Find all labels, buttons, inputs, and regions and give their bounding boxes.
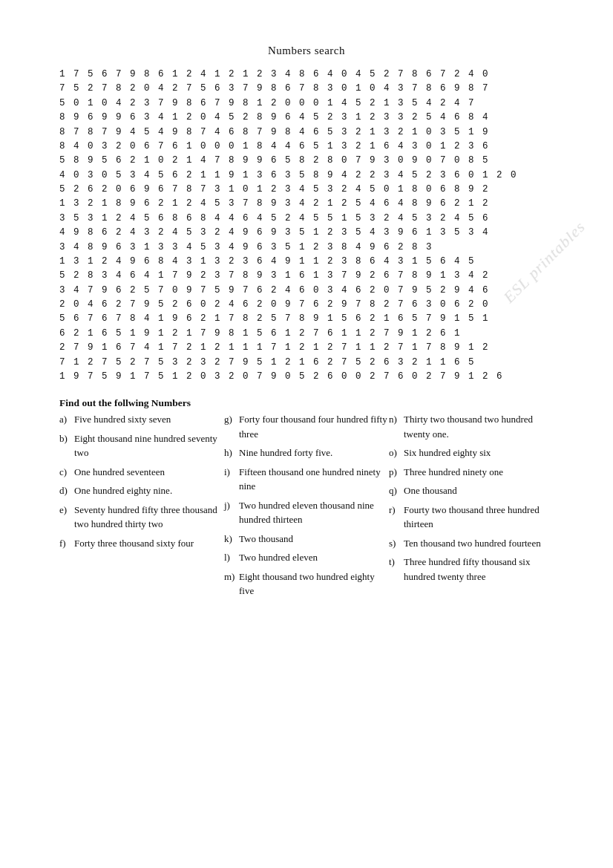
list-item: n)Thirty two thousand two hundred twenty… — [389, 412, 554, 441]
list-item-letter: s) — [389, 536, 401, 551]
column-2: g)Forty four thousand four hundred fifty… — [224, 412, 389, 603]
list-item-text: Forty four thousand four hundred fifty t… — [239, 412, 389, 441]
list-item-text: Fourty two thousand three hundred thirte… — [404, 503, 554, 532]
list-item-text: One thousand — [404, 483, 457, 498]
list-item: f)Forty three thousand sixty four — [59, 536, 224, 551]
list-item: b)Eight thousand nine hundred seventy tw… — [59, 431, 224, 460]
list-item-text: Eight thousand two hundred eighty five — [239, 570, 389, 598]
list-item-letter: g) — [224, 412, 236, 441]
list-item-text: Six hundred eighty six — [404, 446, 491, 460]
list-item-letter: k) — [224, 532, 236, 546]
list-item: m)Eight thousand two hundred eighty five — [224, 570, 389, 598]
list-item: k)Two thousand — [224, 532, 389, 546]
list-item-letter: e) — [59, 503, 71, 532]
list-item: o)Six hundred eighty six — [389, 446, 554, 460]
find-section: Find out the follwing Numbers a)Five hun… — [59, 397, 554, 603]
list-item-text: Five hundred sixty seven — [74, 412, 171, 427]
list-item-letter: c) — [59, 465, 71, 480]
list-item: j)Two hundred eleven thousand nine hundr… — [224, 498, 389, 527]
list-item-letter: h) — [224, 446, 236, 460]
list-item-text: Fifteen thousand one hundred ninety nine — [239, 465, 389, 494]
list-item: s)Ten thousand two hundred fourteen — [389, 536, 554, 551]
columns-container: a)Five hundred sixty sevenb)Eight thousa… — [59, 412, 554, 603]
list-item-letter: m) — [224, 570, 236, 598]
list-item-letter: t) — [389, 555, 401, 584]
list-item-text: Forty three thousand sixty four — [74, 536, 194, 551]
list-item-letter: f) — [59, 536, 71, 551]
list-item-text: Three hundred fifty thousand six hundred… — [404, 555, 554, 584]
list-item-text: Thirty two thousand two hundred twenty o… — [404, 412, 554, 441]
list-item: g)Forty four thousand four hundred fifty… — [224, 412, 389, 441]
list-item-text: Two hundred eleven — [239, 550, 318, 565]
list-item: h)Nine hundred forty five. — [224, 446, 389, 460]
list-item-letter: d) — [59, 483, 71, 498]
list-item-text: Two thousand — [239, 532, 293, 546]
list-item: i)Fifteen thousand one hundred ninety ni… — [224, 465, 389, 494]
number-grid: 1 7 5 6 7 9 8 6 1 2 4 1 2 1 2 3 4 8 6 4 … — [59, 68, 554, 384]
list-item-text: Two hundred eleven thousand nine hundred… — [239, 498, 389, 527]
list-item-letter: n) — [389, 412, 401, 441]
column-1: a)Five hundred sixty sevenb)Eight thousa… — [59, 412, 224, 555]
list-item: r)Fourty two thousand three hundred thir… — [389, 503, 554, 532]
column-3: n)Thirty two thousand two hundred twenty… — [389, 412, 554, 588]
list-item: l)Two hundred eleven — [224, 550, 389, 565]
list-item-text: Seventy hundred fifty three thousand two… — [74, 503, 224, 532]
list-item: d)One hundred eighty nine. — [59, 483, 224, 498]
find-title: Find out the follwing Numbers — [59, 397, 554, 409]
list-item: p)Three hundred ninety one — [389, 465, 554, 480]
list-item: q)One thousand — [389, 483, 554, 498]
page-title: Numbers search — [59, 45, 554, 57]
list-item-letter: a) — [59, 412, 71, 427]
list-item: t)Three hundred fifty thousand six hundr… — [389, 555, 554, 584]
list-item: c)One hundred seventeen — [59, 465, 224, 480]
list-item-text: Ten thousand two hundred fourteen — [404, 536, 541, 551]
list-item: e)Seventy hundred fifty three thousand t… — [59, 503, 224, 532]
list-item-letter: o) — [389, 446, 401, 460]
list-item-text: Nine hundred forty five. — [239, 446, 332, 460]
list-item-text: Eight thousand nine hundred seventy two — [74, 431, 224, 460]
list-item-letter: j) — [224, 498, 236, 527]
list-item-letter: b) — [59, 431, 71, 460]
list-item: a)Five hundred sixty seven — [59, 412, 224, 427]
list-item-letter: r) — [389, 503, 401, 532]
list-item-letter: l) — [224, 550, 236, 565]
list-item-text: One hundred eighty nine. — [74, 483, 172, 498]
list-item-letter: q) — [389, 483, 401, 498]
list-item-text: Three hundred ninety one — [404, 465, 503, 480]
list-item-letter: p) — [389, 465, 401, 480]
list-item-letter: i) — [224, 465, 236, 494]
list-item-text: One hundred seventeen — [74, 465, 165, 480]
